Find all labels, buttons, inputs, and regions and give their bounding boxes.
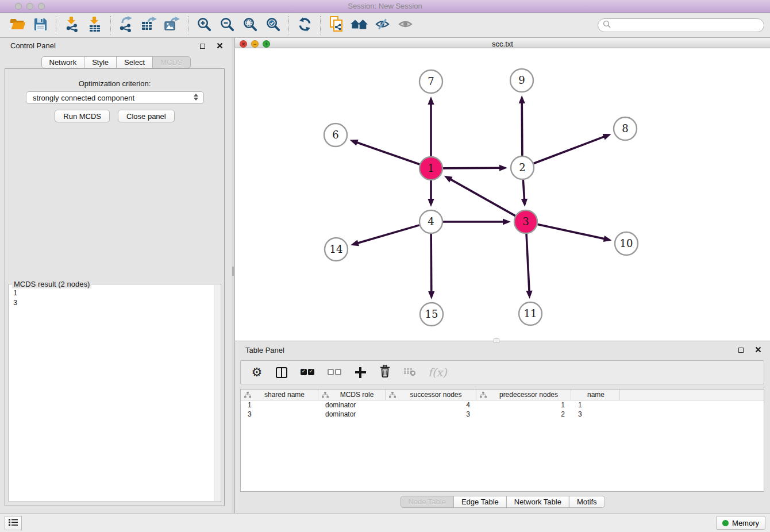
import-table-button[interactable] — [83, 14, 106, 37]
graph-edge-arrowhead — [351, 240, 359, 246]
task-history-button[interactable] — [5, 516, 22, 530]
hide-graphics-details-button[interactable] — [371, 14, 394, 37]
tab-motifs[interactable]: Motifs — [569, 496, 605, 508]
zoom-in-button[interactable] — [192, 14, 215, 37]
tab-mcds[interactable]: MCDS — [152, 56, 190, 68]
zoom-out-button[interactable] — [215, 14, 238, 37]
duplicate-network-icon — [328, 16, 344, 34]
cell-successor-nodes: 3 — [386, 410, 476, 419]
graph-edge-arrowhead — [444, 176, 453, 183]
function-icon: f(x) — [428, 366, 447, 379]
float-panel-button[interactable] — [196, 44, 209, 49]
search-field — [598, 18, 764, 32]
tab-edge-table[interactable]: Edge Table — [453, 496, 507, 508]
search-input[interactable] — [613, 21, 759, 29]
mcds-result-item: 1 — [13, 288, 221, 298]
column-header-shared-name[interactable]: shared name — [241, 390, 318, 400]
show-columns-button[interactable] — [275, 364, 288, 381]
graph-edge-4-14[interactable] — [356, 225, 419, 244]
tab-network[interactable]: Network — [41, 56, 84, 68]
graph-edge-2-9[interactable] — [522, 101, 522, 156]
graph-node-label: 2 — [519, 161, 525, 174]
combo-arrows-icon — [194, 94, 198, 101]
cell-predecessor-nodes: 2 — [476, 410, 571, 419]
toolbar-separator — [188, 16, 188, 34]
close-panel-button-mcds[interactable]: Close panel — [118, 110, 175, 122]
tab-style[interactable]: Style — [84, 56, 117, 68]
control-panel: Control Panel Network Style Select MCDS … — [0, 38, 232, 513]
mcds-result-box: MCDS result (2 nodes) 1 3 — [9, 284, 221, 502]
export-image-button[interactable] — [161, 14, 184, 37]
graph-edge-1-2[interactable] — [443, 168, 502, 168]
tab-node-table[interactable]: Node Table — [400, 496, 454, 508]
float-icon — [200, 44, 205, 49]
graph-edge-arrowhead — [503, 218, 511, 225]
float-icon — [738, 348, 744, 353]
eye-icon — [398, 17, 413, 33]
cell-name: 3 — [571, 410, 620, 419]
control-panel-tabs: Network Style Select MCDS — [41, 56, 190, 68]
duplicate-network-button[interactable] — [325, 14, 348, 37]
cell-shared-name: 3 — [241, 410, 318, 419]
run-mcds-button[interactable]: Run MCDS — [55, 110, 110, 122]
function-builder-button[interactable]: f(x) — [428, 364, 447, 381]
cell-predecessor-nodes: 1 — [476, 400, 571, 410]
zoom-selected-icon — [265, 17, 281, 34]
graph-edge-2-3[interactable] — [523, 180, 524, 202]
column-header-successor-nodes[interactable]: successor nodes — [386, 390, 476, 400]
close-panel-button[interactable] — [213, 42, 226, 51]
network-canvas[interactable]: 1234678910111415 — [235, 48, 770, 341]
table-tabs: Node Table Edge Table Network Table Moti… — [400, 496, 605, 508]
table-settings-button[interactable]: ⚙ — [251, 364, 263, 381]
graph-edge-3-11[interactable] — [526, 234, 529, 294]
graph-edge-4-15[interactable] — [431, 234, 432, 294]
memory-button[interactable]: Memory — [716, 516, 765, 530]
open-session-button[interactable] — [6, 14, 29, 37]
gear-icon: ⚙ — [252, 366, 263, 379]
criterion-selected-value: strongly connected component — [33, 94, 134, 102]
deselect-all-columns-button[interactable] — [327, 364, 342, 381]
graph-node-label: 3 — [522, 215, 529, 228]
float-table-panel-button[interactable] — [734, 348, 747, 353]
table-panel: Table Panel ⚙ f(x) sha — [234, 341, 770, 513]
graph-edge-1-6[interactable] — [355, 142, 419, 165]
result-scrollbar[interactable] — [214, 285, 220, 501]
graph-edge-3-10[interactable] — [538, 224, 607, 239]
network-frame-titlebar: ✕ − + scc.txt — [235, 38, 770, 48]
export-table-button[interactable] — [138, 14, 161, 37]
export-network-button[interactable] — [115, 14, 138, 37]
trash-icon — [379, 365, 391, 380]
node-table: shared name MCDS role successor nodes pr… — [240, 389, 764, 492]
home-layout-button[interactable] — [348, 14, 371, 37]
network-title: scc.txt — [235, 40, 770, 48]
graph-node-label: 1 — [428, 162, 434, 174]
save-session-button[interactable] — [29, 14, 52, 37]
table-row[interactable]: 3 dominator 3 2 3 — [241, 410, 764, 419]
graph-edge-2-8[interactable] — [534, 136, 607, 163]
refresh-button[interactable] — [293, 14, 316, 37]
show-graphics-details-button[interactable] — [394, 14, 417, 37]
column-header-mcds-role[interactable]: MCDS role — [318, 390, 386, 400]
tab-network-table[interactable]: Network Table — [506, 496, 569, 508]
delete-table-button[interactable] — [403, 364, 416, 381]
zoom-fit-button[interactable] — [238, 14, 261, 37]
table-row[interactable]: 1 dominator 4 1 1 — [241, 400, 764, 410]
tab-select[interactable]: Select — [116, 56, 153, 68]
close-icon — [217, 42, 223, 51]
delete-column-button[interactable] — [379, 364, 391, 381]
plus-icon — [355, 367, 366, 378]
column-header-name[interactable]: name — [571, 390, 620, 400]
select-all-columns-button[interactable] — [300, 364, 315, 381]
column-header-predecessor-nodes[interactable]: predecessor nodes — [476, 390, 571, 400]
criterion-select[interactable]: strongly connected component — [26, 91, 204, 104]
zoom-selected-button[interactable] — [261, 14, 284, 37]
close-table-panel-button[interactable] — [752, 346, 764, 354]
horizontal-splitter-grip[interactable] — [494, 338, 499, 343]
toolbar-separator — [320, 16, 321, 34]
graph-node-label: 4 — [428, 215, 434, 228]
graph-edge-3-1[interactable] — [448, 178, 515, 216]
window-titlebar: Session: New Session — [0, 0, 770, 13]
import-network-button[interactable] — [60, 14, 83, 37]
graph-edge-arrowhead — [350, 140, 359, 146]
add-column-button[interactable] — [354, 364, 367, 381]
